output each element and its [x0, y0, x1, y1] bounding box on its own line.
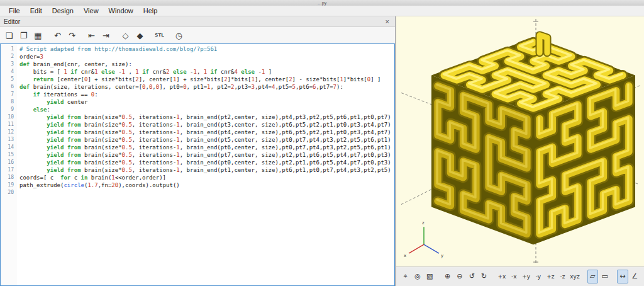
code-line: yield from brain(size*0.5, iterations-1,…	[19, 129, 394, 136]
line-number: 17	[1, 166, 14, 174]
code-line: yield from brain(size*0.5, iterations-1,…	[19, 159, 394, 166]
menu-design[interactable]: Design	[47, 6, 79, 16]
line-number: 14	[1, 144, 14, 151]
rotate-view-icon[interactable]: ↻	[479, 270, 489, 283]
code-line: yield from brain(size*0.5, iterations-1,…	[19, 121, 394, 129]
indent-icon[interactable]: ⇥	[99, 29, 113, 42]
code-line: yield from brain(size*0.5, iterations-1,…	[19, 151, 394, 159]
save-file-icon[interactable]: ▦	[31, 29, 45, 42]
show-crosshairs-icon[interactable]: ◎	[412, 270, 423, 283]
perspective-icon[interactable]: ▱	[587, 270, 598, 283]
line-number: 19	[1, 181, 14, 189]
view-bottom-icon[interactable]: -z	[557, 270, 568, 283]
code-line: else:	[19, 106, 394, 113]
line-number: 5	[1, 76, 14, 83]
line-number: 7	[1, 91, 14, 98]
code-line: yield from brain(size*0.5, iterations-1,…	[19, 144, 394, 151]
line-number: 20	[1, 189, 14, 197]
view-right-icon[interactable]: +x	[496, 270, 507, 283]
line-number: 4	[1, 68, 14, 76]
new-file-icon[interactable]: ❏	[3, 29, 16, 42]
code-line: bits = [ 1 if cnr&1 else -1 , 1 if cnr&2…	[19, 68, 394, 76]
view-back-icon[interactable]: -y	[533, 270, 543, 283]
line-number: 16	[1, 159, 14, 166]
code-line: yield center	[19, 98, 394, 106]
select-zoom-icon[interactable]: ▧	[425, 270, 435, 283]
view-left-icon[interactable]: -x	[509, 270, 519, 283]
unindent-icon[interactable]: ⇤	[85, 29, 98, 42]
code-line: path_extrude(circle(1.7,fn=20),coords).o…	[19, 181, 394, 189]
axis-label-y: y	[441, 253, 443, 258]
code-line	[19, 189, 394, 197]
code-line: coords=[ c for c in brain(1<<order,order…	[19, 174, 394, 181]
code-line: if iterations == 0:	[19, 91, 394, 98]
view-diagonal-icon[interactable]: xyz	[569, 270, 580, 283]
show-axes-icon[interactable]: ⌖	[400, 270, 411, 283]
code-line: def brain(size, iterations, center=[0,0,…	[19, 83, 394, 91]
redo-icon[interactable]: ↷	[65, 29, 79, 42]
editor-panel: Editor × ❏❐▦↶↷⇤⇥◇◆STL◷ 12345678910111213…	[0, 16, 395, 286]
window-title: …py	[318, 0, 326, 6]
editor-panel-title: Editor	[4, 18, 384, 25]
export-stl-icon[interactable]: STL	[153, 29, 166, 42]
menu-bar: FileEditDesignViewWindowHelp	[0, 6, 644, 16]
open-file-icon[interactable]: ❐	[17, 29, 30, 42]
code-line: yield from brain(size*0.5, iterations-1,…	[19, 136, 394, 144]
line-number: 9	[1, 106, 14, 113]
code-line: return [center[0] + size*bits[2], center…	[19, 76, 394, 83]
line-number: 3	[1, 60, 14, 68]
line-number: 10	[1, 113, 14, 121]
menu-view[interactable]: View	[79, 6, 104, 16]
line-number: 15	[1, 151, 14, 159]
app-window: …py FileEditDesignViewWindowHelp Editor …	[0, 0, 644, 286]
close-icon[interactable]: ×	[384, 18, 391, 25]
menu-help[interactable]: Help	[138, 6, 163, 16]
line-number: 2	[1, 53, 14, 60]
code-line: # Script adapted from http://thomasdiewa…	[19, 45, 394, 53]
line-number: 8	[1, 98, 14, 106]
line-number: 18	[1, 174, 14, 181]
undo-icon[interactable]: ↶	[51, 29, 64, 42]
view-top-icon[interactable]: +z	[545, 270, 556, 283]
menu-file[interactable]: File	[4, 6, 25, 16]
view-front-icon[interactable]: +y	[521, 270, 531, 283]
measure-distance-icon[interactable]: ↔	[617, 270, 628, 283]
animate-icon[interactable]: ◷	[172, 29, 186, 42]
code-line: yield from brain(size*0.5, iterations-1,…	[19, 166, 394, 174]
code-editor[interactable]: 1234567891011121314151617181920 # Script…	[0, 43, 395, 286]
line-number: 13	[1, 136, 14, 144]
zoom-in-icon[interactable]: ⊕	[442, 270, 453, 283]
axis-label-z: z	[422, 220, 425, 226]
menu-edit[interactable]: Edit	[25, 6, 47, 16]
reset-view-icon[interactable]: ↺	[467, 270, 477, 283]
menu-window[interactable]: Window	[104, 6, 138, 16]
code-line: def brain_end(cnr, center, size):	[19, 60, 394, 68]
code-line: yield from brain(size*0.5, iterations-1,…	[19, 113, 394, 121]
window-titlebar: …py	[0, 0, 644, 6]
viewport-toolbar: ⌖◎▧⊕⊖↺↻+x-x+y-y+z-zxyz▱▭↔∠	[396, 266, 644, 286]
line-number: 11	[1, 121, 14, 129]
main-area: Editor × ❏❐▦↶↷⇤⇥◇◆STL◷ 12345678910111213…	[0, 16, 644, 286]
code-line: order=3	[19, 53, 394, 60]
viewport-3d[interactable]: zxy	[396, 16, 644, 266]
line-number: 6	[1, 83, 14, 91]
editor-toolbar: ❏❐▦↶↷⇤⇥◇◆STL◷	[0, 27, 395, 43]
line-number-gutter: 1234567891011121314151617181920	[1, 44, 17, 285]
line-number: 12	[1, 129, 14, 136]
zoom-out-icon[interactable]: ⊖	[454, 270, 465, 283]
axis-label-x: x	[404, 253, 406, 258]
line-number: 1	[1, 45, 14, 53]
code-text: # Script adapted from http://thomasdiewa…	[17, 44, 394, 285]
preview-icon[interactable]: ◇	[119, 29, 132, 42]
measure-angle-icon[interactable]: ∠	[630, 270, 640, 283]
viewport-panel: zxy ⌖◎▧⊕⊖↺↻+x-x+y-y+z-zxyz▱▭↔∠	[396, 16, 644, 286]
orthogonal-icon[interactable]: ▭	[599, 270, 610, 283]
render-icon[interactable]: ◆	[133, 29, 147, 42]
editor-panel-header: Editor ×	[0, 16, 395, 27]
